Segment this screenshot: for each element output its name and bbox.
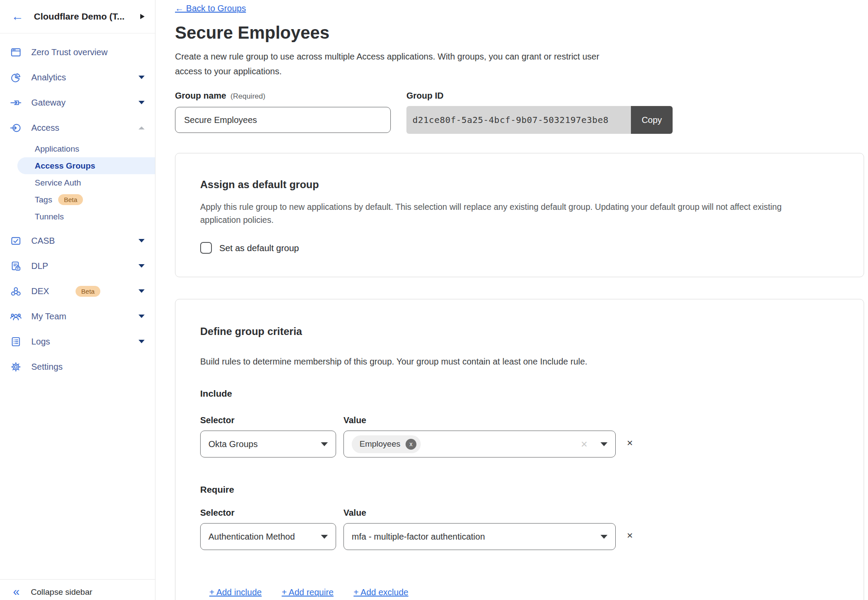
team-icon <box>10 311 22 322</box>
sidebar-item-settings[interactable]: Settings <box>0 354 155 379</box>
value-tag: Employees x <box>352 435 421 453</box>
require-value-dropdown[interactable]: mfa - multiple-factor authentication <box>343 523 616 550</box>
group-name-field: Group name (Required) <box>175 91 391 134</box>
set-default-group-checkbox-row[interactable]: Set as default group <box>200 242 839 254</box>
sidebar-item-my-team[interactable]: My Team <box>0 304 155 329</box>
require-heading: Require <box>200 484 839 495</box>
clear-values-icon[interactable]: × <box>581 438 587 450</box>
casb-icon <box>10 235 22 247</box>
group-id-label: Group ID <box>406 91 444 100</box>
sidebar-item-tags[interactable]: Tags Beta <box>0 191 155 208</box>
add-require-link[interactable]: + Add require <box>282 587 334 597</box>
include-rule-row: Okta Groups Employees x × ✕ <box>200 431 839 457</box>
main-content: ← Back to Groups Secure Employees Create… <box>155 0 868 600</box>
access-submenu: Applications Access Groups Service Auth … <box>0 140 155 225</box>
logs-icon <box>10 336 22 348</box>
group-form-row: Group name (Required) Group ID d21ce80f-… <box>175 91 864 134</box>
checkbox[interactable] <box>200 242 212 254</box>
sidebar-header: ← Cloudflare Demo (T... <box>0 0 155 33</box>
group-id-value: d21ce80f-5a25-4bcf-9b07-5032197e3be8 <box>406 106 631 134</box>
back-to-groups-link[interactable]: ← Back to Groups <box>175 3 246 13</box>
sidebar-item-access-groups[interactable]: Access Groups <box>17 157 155 174</box>
remove-tag-icon[interactable]: x <box>406 439 416 450</box>
beta-badge: Beta <box>76 286 100 297</box>
chevron-down-icon[interactable] <box>139 239 145 242</box>
remove-include-rule-icon[interactable]: ✕ <box>627 438 633 448</box>
criteria-card-title: Define group criteria <box>200 325 839 338</box>
page-title: Secure Employees <box>175 22 864 43</box>
sidebar-nav: Zero Trust overview Analytics Gateway <box>0 33 155 379</box>
dex-cluster-icon <box>10 285 22 297</box>
group-id-field: Group ID d21ce80f-5a25-4bcf-9b07-5032197… <box>406 91 673 134</box>
value-label: Value <box>343 508 616 518</box>
sidebar: ← Cloudflare Demo (T... Zero Trust overv… <box>0 0 155 600</box>
pie-chart-icon <box>10 72 22 83</box>
sidebar-item-gateway[interactable]: Gateway <box>0 90 155 115</box>
sidebar-item-applications[interactable]: Applications <box>0 140 155 157</box>
checkbox-label: Set as default group <box>219 243 299 253</box>
sidebar-item-zero-trust-overview[interactable]: Zero Trust overview <box>0 40 155 65</box>
access-icon <box>10 122 22 134</box>
require-labels: Selector Value <box>200 508 839 518</box>
chevron-down-icon[interactable] <box>139 264 145 268</box>
group-name-input[interactable] <box>175 107 391 133</box>
caret-right-icon[interactable] <box>140 14 145 19</box>
add-exclude-link[interactable]: + Add exclude <box>353 587 408 597</box>
include-heading: Include <box>200 388 839 399</box>
remove-require-rule-icon[interactable]: ✕ <box>627 531 633 540</box>
sidebar-item-service-auth[interactable]: Service Auth <box>0 174 155 191</box>
selector-label: Selector <box>200 508 336 518</box>
account-title: Cloudflare Demo (T... <box>34 11 140 22</box>
criteria-card: Define group criteria Build rules to det… <box>175 299 864 600</box>
add-rule-links: + Add include + Add require + Add exclud… <box>200 587 839 597</box>
sidebar-item-tunnels[interactable]: Tunnels <box>0 208 155 225</box>
dlp-lock-icon <box>10 260 22 272</box>
chevron-down-icon[interactable] <box>139 315 145 318</box>
sidebar-item-logs[interactable]: Logs <box>0 329 155 354</box>
chevron-down-icon <box>321 535 328 539</box>
sidebar-item-dex[interactable]: DEX Beta <box>0 278 155 304</box>
chevron-down-icon[interactable] <box>139 76 145 79</box>
sidebar-item-analytics[interactable]: Analytics <box>0 65 155 90</box>
beta-badge: Beta <box>58 194 83 205</box>
chevron-down-icon[interactable] <box>139 289 145 293</box>
group-name-label: Group name <box>175 91 226 101</box>
default-group-card: Assign as default group Apply this rule … <box>175 153 864 277</box>
default-group-card-description: Apply this rule group to new application… <box>200 200 817 226</box>
criteria-card-description: Build rules to determine membership of t… <box>200 357 839 367</box>
include-labels: Selector Value <box>200 415 839 425</box>
chevron-down-icon <box>601 535 607 539</box>
chevrons-left-icon: « <box>13 586 20 598</box>
copy-button[interactable]: Copy <box>631 106 673 134</box>
chevron-down-icon[interactable] <box>139 340 145 343</box>
require-selector-dropdown[interactable]: Authentication Method <box>200 523 336 550</box>
gear-icon <box>10 361 22 373</box>
chevron-up-icon[interactable] <box>139 126 145 129</box>
chevron-down-icon <box>601 442 607 446</box>
include-selector-dropdown[interactable]: Okta Groups <box>200 431 336 457</box>
window-icon <box>10 46 22 58</box>
sidebar-item-dlp[interactable]: DLP <box>0 253 155 278</box>
chevron-down-icon <box>321 442 328 446</box>
chevron-down-icon[interactable] <box>139 101 145 104</box>
sidebar-item-casb[interactable]: CASB <box>0 228 155 253</box>
default-group-card-title: Assign as default group <box>200 179 839 191</box>
gateway-icon <box>10 97 22 109</box>
value-label: Value <box>343 415 616 425</box>
collapse-sidebar-button[interactable]: « Collapse sidebar <box>0 579 155 600</box>
sidebar-item-access[interactable]: Access <box>0 115 155 140</box>
zero-trust-dashboard: ← Cloudflare Demo (T... Zero Trust overv… <box>0 0 868 600</box>
add-include-link[interactable]: + Add include <box>209 587 262 597</box>
arrow-left-icon[interactable]: ← <box>11 10 23 23</box>
selector-label: Selector <box>200 415 336 425</box>
include-value-multiselect[interactable]: Employees x × <box>343 431 616 457</box>
page-description: Create a new rule group to use across mu… <box>175 49 605 79</box>
required-hint: (Required) <box>231 92 265 101</box>
require-rule-row: Authentication Method mfa - multiple-fac… <box>200 523 839 550</box>
